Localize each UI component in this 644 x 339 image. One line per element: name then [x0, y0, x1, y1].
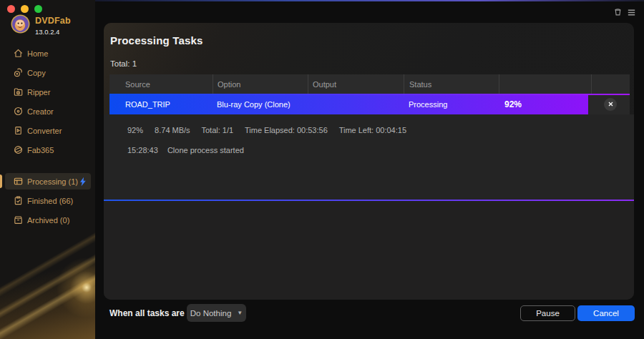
chevron-down-icon: ▼: [237, 310, 243, 316]
sidebar-item-converter[interactable]: Converter: [0, 121, 95, 140]
header-source: Source: [109, 74, 213, 94]
header-progress: [499, 74, 591, 94]
stat-elapsed: Time Elapsed: 00:53:56: [245, 126, 328, 134]
task-stats: 92% 8.74 MB/s Total: 1/1 Time Elapsed: 0…: [127, 126, 416, 134]
log-time: 15:28:43: [127, 146, 158, 154]
cup-icon[interactable]: [613, 6, 623, 17]
header-option: Option: [213, 74, 308, 94]
sidebar-item-label: Archived (0): [27, 216, 69, 225]
stat-total: Total: 1/1: [201, 126, 233, 134]
window-top-accent: [95, 0, 644, 1]
task-log: 15:28:43 Clone process started: [127, 146, 251, 154]
header-actions: [591, 74, 630, 94]
brand-name: DVDFab: [35, 16, 71, 26]
stat-remaining: Time Left: 00:04:15: [339, 126, 406, 134]
header-status: Status: [404, 74, 499, 94]
finished-icon: [13, 195, 24, 206]
page-title: Processing Tasks: [110, 34, 203, 46]
sidebar-item-label: Home: [27, 49, 48, 58]
traffic-lights: [7, 5, 42, 13]
close-icon: [608, 101, 614, 107]
when-done-dropdown[interactable]: Do Nothing ▼: [187, 304, 246, 322]
ripper-icon: [13, 87, 24, 97]
cancel-task-button[interactable]: [604, 98, 617, 111]
app-logo: [11, 14, 30, 36]
sidebar-item-label: Finished (66): [27, 197, 73, 205]
home-icon: [13, 48, 24, 59]
task-source: ROAD_TRIP: [109, 94, 213, 114]
archived-icon: [13, 215, 24, 225]
task-progress-percent: 92%: [499, 94, 591, 114]
sidebar-item-copy[interactable]: Copy: [0, 63, 95, 82]
sidebar-item-processing[interactable]: Processing (1): [0, 172, 95, 191]
task-details-panel: 92% 8.74 MB/s Total: 1/1 Time Elapsed: 0…: [104, 114, 634, 200]
app-logo-block: DVDFab 13.0.2.4: [11, 14, 71, 36]
menu-icon[interactable]: [626, 7, 637, 18]
fab365-icon: [13, 144, 24, 155]
lightning-icon: [78, 177, 87, 187]
sidebar: DVDFab 13.0.2.4 Home Copy: [0, 0, 95, 339]
sidebar-item-creator[interactable]: Creator: [0, 102, 95, 121]
sidebar-item-fab365[interactable]: Fab365: [0, 140, 95, 159]
sidebar-item-ripper[interactable]: Ripper: [0, 82, 95, 102]
sidebar-item-home[interactable]: Home: [0, 44, 95, 63]
sidebar-item-label: Copy: [27, 69, 46, 77]
copy-icon: [13, 67, 24, 78]
empty-task-area: [104, 201, 634, 300]
dvdfab-window: DVDFab 13.0.2.4 Home Copy: [0, 0, 644, 339]
sidebar-item-label: Fab365: [27, 146, 54, 154]
header-output: Output: [308, 74, 404, 94]
sidebar-item-label: Ripper: [27, 88, 50, 97]
sidebar-item-finished[interactable]: Finished (66): [0, 191, 95, 210]
task-option: Blu-ray Copy (Clone): [213, 94, 308, 114]
total-count: Total: 1: [110, 59, 137, 68]
task-row[interactable]: ROAD_TRIP Blu-ray Copy (Clone) Processin…: [109, 94, 630, 114]
log-message: Clone process started: [167, 146, 244, 154]
minimize-window-button[interactable]: [21, 5, 29, 13]
sidebar-task-nav: Processing (1) Finished (66): [0, 172, 95, 230]
close-window-button[interactable]: [7, 5, 15, 13]
creator-icon: [13, 106, 24, 117]
zoom-window-button[interactable]: [34, 5, 42, 13]
stat-percent: 92%: [127, 126, 143, 134]
task-status: Processing: [404, 94, 499, 114]
selected-indicator-bar: [0, 175, 2, 188]
converter-icon: [13, 125, 24, 136]
pause-button[interactable]: Pause: [520, 305, 575, 321]
sidebar-item-label: Processing (1): [27, 177, 78, 186]
sidebar-item-label: Converter: [27, 127, 62, 135]
stat-speed: 8.74 MB/s: [155, 126, 190, 134]
processing-icon: [13, 176, 24, 187]
cancel-button[interactable]: Cancel: [577, 305, 635, 321]
when-done-value: Do Nothing: [190, 309, 232, 318]
table-header-row: Source Option Output Status: [109, 74, 630, 94]
task-output: [308, 94, 404, 114]
app-version: 13.0.2.4: [35, 28, 71, 36]
processing-panel: Processing Tasks Total: 1 Source Option …: [104, 23, 634, 300]
task-table: Source Option Output Status ROAD_TRIP Bl…: [109, 74, 630, 114]
sidebar-nav: Home Copy Ripper: [0, 44, 95, 159]
sidebar-item-label: Creator: [27, 107, 54, 116]
sidebar-item-archived[interactable]: Archived (0): [0, 210, 95, 230]
